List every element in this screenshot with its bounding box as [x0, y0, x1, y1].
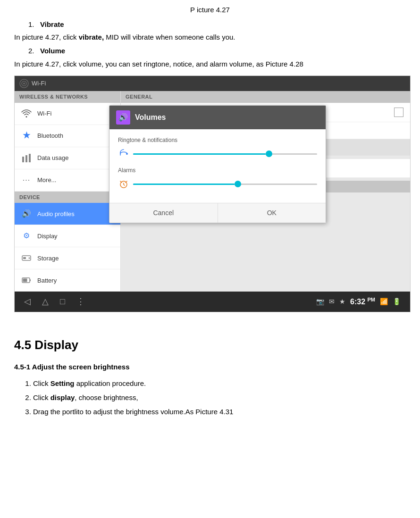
- data-usage-label: Data usage: [37, 153, 69, 163]
- battery-icon: [20, 274, 33, 286]
- general-section-header: GENERAL: [121, 91, 410, 103]
- volume-number: 2.: [28, 47, 34, 55]
- home-nav-icon[interactable]: △: [42, 295, 49, 308]
- android-ui: Wi-Fi WIRELESS & NETWORKS: [15, 76, 410, 312]
- step2-bold: display: [50, 393, 75, 401]
- nav-right: 📷 ✉ ★ 6:32 PM 📶 🔋: [316, 296, 401, 308]
- wifi-setting-item[interactable]: Wi-Fi: [15, 103, 120, 125]
- back-nav-icon[interactable]: ◁: [24, 295, 31, 308]
- grid-nav-icon[interactable]: ⋮: [76, 295, 85, 308]
- topbar-wifi-label: Wi-Fi: [32, 79, 46, 88]
- display-icon: ⚙: [20, 230, 33, 242]
- data-usage-setting-item[interactable]: Data usage: [15, 147, 120, 169]
- more-setting-item[interactable]: ··· More...: [15, 169, 120, 192]
- svg-rect-3: [22, 157, 24, 162]
- svg-rect-10: [30, 279, 31, 281]
- vibrate-paragraph: In picture 4.27, click vibrate, MID will…: [14, 32, 406, 43]
- topbar-wifi-icon: Wi-Fi: [19, 79, 46, 88]
- bluetooth-icon: ★: [20, 130, 33, 142]
- dialog-title-bar: 🔊 Volumes: [109, 106, 326, 129]
- android-topbar: Wi-Fi: [15, 76, 410, 92]
- time-display: 6:32 PM: [350, 296, 375, 308]
- device-section-header: DEVICE: [15, 192, 120, 203]
- storage-icon: [20, 252, 33, 264]
- display-setting-item[interactable]: ⚙ Display: [15, 225, 120, 247]
- alarms-slider-row: [118, 178, 317, 190]
- cancel-button[interactable]: Cancel: [109, 203, 218, 223]
- right-checkbox-1[interactable]: [394, 108, 403, 117]
- svg-point-2: [23, 83, 25, 84]
- volume-icon: 🔊: [116, 110, 130, 125]
- wireless-section-header: WIRELESS & NETWORKS: [15, 91, 120, 103]
- svg-rect-5: [29, 154, 31, 162]
- ok-button[interactable]: OK: [218, 203, 326, 223]
- display-section-subtitle: 4.5-1 Adjust the screen brightness: [14, 362, 406, 373]
- svg-point-8: [29, 258, 30, 259]
- svg-rect-4: [25, 155, 27, 162]
- screenshot-container: Wi-Fi WIRELESS & NETWORKS: [14, 75, 411, 312]
- recent-nav-icon[interactable]: □: [60, 295, 65, 308]
- bluetooth-setting-item[interactable]: ★ Bluetooth: [15, 125, 120, 147]
- ringtone-slider-fill: [133, 153, 266, 155]
- battery-label: Battery: [37, 276, 57, 285]
- ringtone-slider-track[interactable]: [133, 153, 317, 155]
- vibrate-label: Vibrate: [40, 20, 64, 28]
- ringtone-icon: [118, 148, 129, 159]
- step1-bold: Setting: [50, 379, 75, 387]
- step-3: Drag the portlito to adjust the brightne…: [33, 406, 406, 418]
- wifi-icon: [20, 108, 33, 120]
- display-section-title: 4.5 Display: [14, 336, 406, 354]
- volume-dialog: 🔊 Volumes Ringtone & notifications: [109, 105, 326, 223]
- page-container: P icture 4.27 1. Vibrate In picture 4.27…: [0, 0, 420, 434]
- vibrate-number: 1.: [28, 20, 34, 28]
- battery-status-icon: 🔋: [393, 297, 401, 307]
- svg-rect-7: [23, 257, 26, 259]
- storage-label: Storage: [37, 254, 59, 263]
- alarm-icon: [118, 178, 129, 190]
- vibrate-bold: vibrate,: [79, 33, 104, 41]
- settings-body: WIRELESS & NETWORKS Wi-Fi: [15, 91, 410, 292]
- step-2: Click display, choose brightness,: [33, 392, 406, 403]
- dialog-buttons: Cancel OK: [109, 203, 326, 223]
- volume-paragraph: In picture 4.27, click volume, you can s…: [14, 58, 406, 70]
- svg-point-12: [126, 153, 128, 155]
- alarms-slider-fill: [133, 184, 235, 185]
- android-navbar: ◁ △ □ ⋮ 📷 ✉ ★ 6:32 PM 📶 🔋: [15, 292, 410, 311]
- ringtone-slider-thumb[interactable]: [266, 150, 272, 157]
- wifi-status-icon: 📶: [380, 297, 388, 307]
- dialog-title: Volumes: [135, 112, 166, 123]
- audio-label: Audio profiles: [37, 209, 75, 219]
- volume-item: 2. Volume: [28, 46, 406, 57]
- left-panel: WIRELESS & NETWORKS Wi-Fi: [15, 91, 121, 292]
- mail-icon: ✉: [329, 297, 335, 307]
- picture-title: P icture 4.27: [14, 5, 406, 16]
- alarms-label: Alarms: [118, 166, 317, 175]
- steps-list: Click Setting application procedure. Cli…: [33, 378, 406, 418]
- ringtone-slider-row: [118, 148, 317, 159]
- storage-setting-item[interactable]: Storage: [15, 247, 120, 269]
- photo-icon: 📷: [316, 297, 324, 307]
- audio-setting-item[interactable]: 🔊 Audio profiles: [15, 203, 120, 225]
- alarms-slider-thumb[interactable]: [235, 181, 241, 187]
- display-label: Display: [37, 232, 58, 241]
- volume-label: Volume: [40, 47, 65, 55]
- alarms-slider-track[interactable]: [133, 184, 317, 185]
- vibrate-item: 1. Vibrate: [28, 19, 406, 30]
- more-label: More...: [37, 175, 56, 185]
- step-1: Click Setting application procedure.: [33, 378, 406, 389]
- svg-rect-11: [23, 279, 27, 282]
- wifi-label: Wi-Fi: [37, 109, 51, 118]
- battery-setting-item[interactable]: Battery: [15, 269, 120, 292]
- ringtone-label: Ringtone & notifications: [118, 136, 317, 144]
- data-usage-icon: [20, 152, 33, 164]
- more-icon: ···: [20, 174, 33, 186]
- dialog-content: Ringtone & notifications: [109, 129, 326, 203]
- bluetooth-status-icon: ★: [339, 297, 345, 307]
- bluetooth-label: Bluetooth: [37, 131, 63, 141]
- audio-icon: 🔊: [20, 208, 33, 220]
